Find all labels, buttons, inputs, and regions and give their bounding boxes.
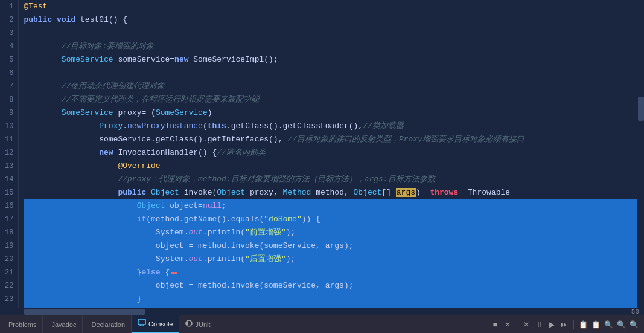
code-line xyxy=(24,27,637,40)
code-token: //目标对象的接口的反射类型，Proxy增强要求目标对象必须有接口 xyxy=(287,135,524,144)
tab-label-console: Console xyxy=(148,320,173,328)
code-token: args xyxy=(396,188,416,197)
line-number: 8 xyxy=(5,93,13,106)
page-number: 50 xyxy=(631,308,644,315)
line-number: 20 xyxy=(5,253,13,266)
code-line: SomeService proxy= (SomeService) xyxy=(24,106,637,120)
code-token: "doSome" xyxy=(264,215,301,224)
code-line: System.out.println("后置增强"); xyxy=(24,253,637,266)
code-token: null xyxy=(203,201,222,210)
code-token: //类加载器 xyxy=(363,121,404,131)
code-token: ); xyxy=(286,254,296,263)
code-token: object= xyxy=(165,201,202,210)
svg-rect-0 xyxy=(138,319,145,325)
toolbar-btn-5[interactable]: ⏭ xyxy=(559,319,570,330)
code-token xyxy=(24,215,136,224)
code-token: Proxy xyxy=(99,121,123,131)
code-line: someService.getClass().getInterfaces(), … xyxy=(24,133,637,146)
code-token: new xyxy=(99,148,113,157)
horizontal-scrollbar[interactable]: 50 xyxy=(0,308,644,315)
code-line: if(method.getName().equals("doSome")) { xyxy=(24,213,637,226)
bottom-tab-declaration[interactable]: Declaration xyxy=(83,315,132,333)
code-token xyxy=(146,188,151,197)
h-scrollbar-thumb[interactable] xyxy=(24,309,145,315)
toolbar-btn-0[interactable]: ■ xyxy=(489,319,500,330)
code-token: newProxyInstance xyxy=(127,121,203,131)
toolbar-extra-btn-3[interactable]: 🔍 xyxy=(616,319,626,330)
code-token: @Test xyxy=(24,2,47,11)
code-token: public xyxy=(118,188,146,197)
code-token xyxy=(24,55,61,64)
console-icon xyxy=(138,319,146,328)
code-token: .getClass().getClassLoader(), xyxy=(226,121,363,131)
code-line xyxy=(24,66,637,80)
scrollbar-thumb[interactable] xyxy=(638,97,644,121)
code-token: Object xyxy=(137,201,165,210)
toolbar-btn-4[interactable]: ▶ xyxy=(546,319,557,330)
code-token: InvocationHandler() { xyxy=(113,148,217,157)
toolbar-btn-2[interactable]: ✕ xyxy=(521,319,532,330)
code-line: object = method.invoke(someService, args… xyxy=(24,239,637,253)
code-token xyxy=(24,121,99,131)
line-number: 22 xyxy=(5,279,13,293)
code-token: . xyxy=(123,121,127,131)
code-line: @Override xyxy=(24,160,637,173)
line-number: 12 xyxy=(5,146,13,160)
bottom-tab-javadoc[interactable]: Javadoc xyxy=(43,315,83,333)
tab-label-junit: JUnit xyxy=(195,321,210,328)
code-line: public void test01() { xyxy=(24,13,637,27)
line-number: 9 xyxy=(5,106,13,120)
toolbar-extra-btn-2[interactable]: 🔍 xyxy=(603,319,614,330)
tab-label-problems: Problems xyxy=(8,321,36,328)
code-token: } xyxy=(24,268,141,277)
code-line: new InvocationHandler() {//匿名内部类 xyxy=(24,146,637,160)
vertical-scrollbar[interactable] xyxy=(637,0,644,308)
bottom-tabs: ProblemsJavadocDeclarationConsoleJUnit xyxy=(0,315,217,333)
code-token: //使用动态代理创建代理对象 xyxy=(62,82,165,91)
line-number: 15 xyxy=(5,186,13,199)
line-number: 2 xyxy=(5,13,13,27)
bottom-tab-console[interactable]: Console xyxy=(132,315,179,333)
toolbar-extra-btn-1[interactable]: 📋 xyxy=(590,319,601,330)
bottom-tab-problems[interactable]: Problems xyxy=(0,315,43,333)
line-number: 3 xyxy=(5,27,13,40)
code-token xyxy=(24,108,61,117)
toolbar-btn-1[interactable]: ✕ xyxy=(502,319,513,330)
code-token: //目标对象:要增强的对象 xyxy=(62,42,154,51)
code-token: Throwable xyxy=(458,188,510,197)
code-line: //不需要定义代理类，在程序运行时根据需要来装配功能 xyxy=(24,93,637,106)
code-token xyxy=(24,175,118,184)
toolbar-extra-btn-0[interactable]: 📋 xyxy=(578,319,588,330)
line-number: 18 xyxy=(5,226,13,239)
code-line: //目标对象:要增强的对象 xyxy=(24,40,637,53)
line-number: 6 xyxy=(5,66,13,80)
code-line: Object object=null; xyxy=(24,199,637,213)
tab-label-declaration: Declaration xyxy=(91,321,125,328)
code-token: out xyxy=(188,228,202,237)
code-line: object = method.invoke(someService, args… xyxy=(24,279,637,293)
code-token: test01() { xyxy=(75,15,127,24)
bottom-tab-junit[interactable]: JUnit xyxy=(179,315,217,333)
line-number: 17 xyxy=(5,213,13,226)
code-token xyxy=(24,42,61,51)
bottom-toolbar: ■✕✕⏸▶⏭📋📋🔍🔍🔍 xyxy=(489,319,644,330)
code-token: someService= xyxy=(113,55,174,64)
code-token: "前置增强" xyxy=(245,228,286,237)
code-line: Proxy.newProxyInstance(this.getClass().g… xyxy=(24,120,637,133)
code-token: method, xyxy=(311,188,353,197)
code-token: System. xyxy=(24,254,188,263)
code-token: Object xyxy=(151,188,179,197)
code-content[interactable]: @Testpublic void test01() { //目标对象:要增强的对… xyxy=(19,0,637,308)
toolbar-extra-btn-4[interactable]: 🔍 xyxy=(628,319,639,330)
bottom-bar: ProblemsJavadocDeclarationConsoleJUnit ■… xyxy=(0,315,644,333)
code-token: ; xyxy=(222,201,226,210)
code-token: Object xyxy=(217,188,245,197)
toolbar-btn-3[interactable]: ⏸ xyxy=(534,319,544,330)
code-editor: 1234567891011121314151617181920212223242… xyxy=(0,0,644,308)
code-token: ( xyxy=(203,121,208,131)
line-number: 7 xyxy=(5,80,13,93)
svg-line-5 xyxy=(187,322,188,325)
code-token: //proxy：代理对象，method:目标对象要增强的方法（目标方法），arg… xyxy=(118,175,435,184)
svg-point-4 xyxy=(186,320,192,326)
code-token: throws xyxy=(430,188,458,197)
